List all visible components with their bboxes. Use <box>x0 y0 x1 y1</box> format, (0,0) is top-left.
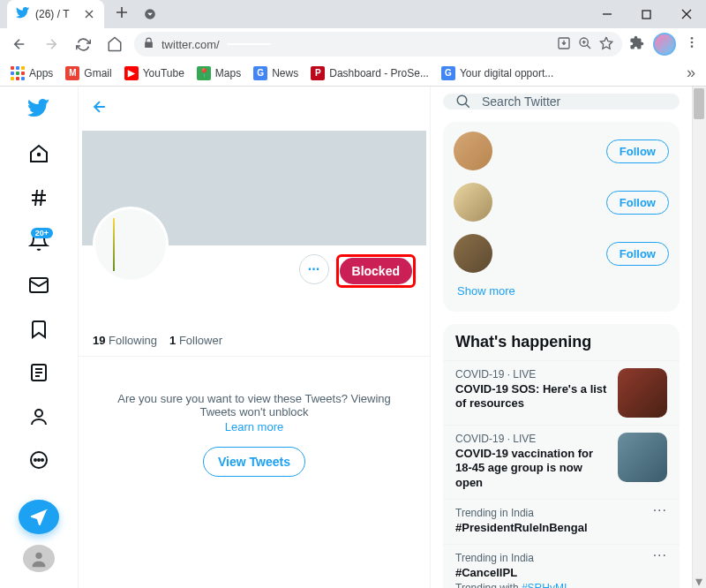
close-window-button[interactable] <box>666 0 706 28</box>
show-more-link[interactable]: Show more <box>454 279 669 303</box>
follow-button[interactable]: Follow <box>606 242 669 266</box>
profile-header <box>79 87 430 131</box>
search-placeholder: Search Twitter <box>482 94 560 109</box>
learn-more-link[interactable]: Learn more <box>105 420 403 433</box>
extensions-icon[interactable] <box>629 35 644 54</box>
svg-point-6 <box>691 45 694 48</box>
bookmarks-bar: AppsMGmail▶YouTube📍MapsGNewsPDashboard -… <box>0 60 706 87</box>
minimize-button[interactable] <box>587 0 627 28</box>
suggested-user[interactable]: Follow <box>454 228 669 279</box>
bookmark-label: YouTube <box>143 67 184 79</box>
trend-thumbnail <box>618 433 667 482</box>
bookmark-label: Maps <box>215 67 241 79</box>
nav-bookmarks[interactable] <box>19 313 58 346</box>
bookmark-label: News <box>272 67 298 79</box>
profile-column: ··· Blocked 19 Following 1 Follower Are … <box>78 87 431 588</box>
suggested-user[interactable]: Follow <box>454 125 669 177</box>
view-tweets-button[interactable]: View Tweets <box>203 447 305 477</box>
back-button[interactable] <box>7 32 32 57</box>
browser-toolbar: twitter.com/ <box>0 28 706 60</box>
trend-meta: COVID-19 · LIVE <box>455 433 609 445</box>
profile-strip: ··· Blocked <box>79 245 430 293</box>
menu-icon[interactable] <box>685 35 699 53</box>
url-host: twitter.com/ <box>161 38 220 51</box>
bookmark-item[interactable]: PDashboard - ProSe... <box>311 66 429 80</box>
trend-more-icon[interactable]: ··· <box>653 509 667 512</box>
whats-happening-card: What's happening COVID-19 · LIVECOVID-19… <box>443 324 680 588</box>
avatar <box>454 183 492 222</box>
bookmark-favicon-icon: P <box>311 66 325 80</box>
svg-point-14 <box>41 459 43 461</box>
followers-stat[interactable]: 1 Follower <box>169 334 222 347</box>
bookmark-favicon-icon: G <box>441 66 455 80</box>
home-button[interactable] <box>102 32 127 57</box>
bookmark-star-icon[interactable] <box>599 36 613 53</box>
blocked-button[interactable]: Blocked <box>340 258 412 284</box>
avatar <box>454 132 492 170</box>
trend-title: #CancelIPL <box>455 566 667 580</box>
bookmark-favicon-icon: 📍 <box>197 66 211 80</box>
nav-explore[interactable] <box>19 181 58 215</box>
blocked-message-text: Are you sure you want to view these Twee… <box>117 392 391 418</box>
follow-button[interactable]: Follow <box>606 139 669 163</box>
maximize-button[interactable] <box>627 0 666 28</box>
bookmark-item[interactable]: GYour digital opport... <box>441 66 553 80</box>
search-icon <box>455 94 471 109</box>
nav-lists[interactable] <box>19 356 58 389</box>
account-switcher[interactable] <box>23 545 55 572</box>
bookmark-favicon-icon: ▶ <box>124 66 139 80</box>
trend-hashtag-link[interactable]: #SRHvMI <box>522 582 567 588</box>
bookmark-favicon-icon: M <box>65 66 79 80</box>
tab-close-icon[interactable] <box>83 8 95 20</box>
apps-icon <box>11 66 25 80</box>
profile-avatar[interactable] <box>93 207 169 283</box>
scroll-down-icon[interactable]: ▾ <box>692 574 706 588</box>
trend-meta: COVID-19 · LIVE <box>455 368 609 381</box>
search-input[interactable]: Search Twitter <box>443 94 680 109</box>
profile-more-button[interactable]: ··· <box>299 254 329 284</box>
nav-profile[interactable] <box>19 400 58 433</box>
bookmarks-overflow-icon[interactable]: » <box>687 64 695 82</box>
compose-tweet-button[interactable] <box>19 500 59 534</box>
install-app-icon[interactable] <box>557 36 571 53</box>
svg-point-15 <box>35 552 41 558</box>
bookmark-favicon-icon: G <box>253 66 267 80</box>
twitter-logo-icon[interactable] <box>19 94 58 127</box>
trend-item[interactable]: Trending in India#PresidentRuleInBengal·… <box>443 499 680 544</box>
bookmark-item[interactable]: ▶YouTube <box>124 66 184 80</box>
tab-search-icon[interactable] <box>134 8 166 20</box>
scrollbar-thumb[interactable] <box>694 88 704 119</box>
suggested-user[interactable]: Follow <box>454 177 669 228</box>
bookmark-item[interactable]: GNews <box>253 66 298 80</box>
profile-avatar-icon[interactable] <box>653 33 676 56</box>
trend-item[interactable]: COVID-19 · LIVECOVID-19 SOS: Here's a li… <box>443 360 680 425</box>
back-arrow-icon[interactable] <box>91 98 109 119</box>
svg-rect-1 <box>642 11 650 19</box>
bookmark-item[interactable]: MGmail <box>65 66 111 80</box>
address-bar[interactable]: twitter.com/ <box>134 32 622 57</box>
nav-notifications[interactable]: 20+ <box>19 225 58 259</box>
browser-tab[interactable]: (26) / T <box>7 0 104 28</box>
svg-point-12 <box>34 459 36 461</box>
follow-button[interactable]: Follow <box>606 191 669 215</box>
nav-messages[interactable] <box>19 268 58 302</box>
reload-button[interactable] <box>71 32 95 57</box>
blocked-message-panel: Are you sure you want to view these Twee… <box>79 356 430 489</box>
nav-more[interactable] <box>19 444 58 478</box>
bookmark-item[interactable]: 📍Maps <box>197 66 241 80</box>
trend-item[interactable]: COVID-19 · LIVECOVID-19 vaccination for … <box>443 425 680 499</box>
nav-home[interactable] <box>19 138 58 171</box>
trend-meta: Trending in India <box>455 552 667 564</box>
new-tab-button[interactable] <box>109 0 134 25</box>
trend-subtext: Trending with <box>455 582 522 588</box>
trend-more-icon[interactable]: ··· <box>653 554 667 557</box>
trend-title: COVID-19 SOS: Here's a list of resources <box>455 382 609 411</box>
bookmark-item[interactable]: Apps <box>11 66 53 80</box>
bookmark-label: Gmail <box>84 67 111 79</box>
url-path <box>227 43 271 45</box>
svg-point-7 <box>38 154 40 155</box>
following-stat[interactable]: 19 Following <box>93 334 157 347</box>
scrollbar[interactable]: ▴ ▾ <box>692 87 706 588</box>
trend-item[interactable]: Trending in India#CancelIPLTrending with… <box>443 544 680 588</box>
zoom-icon[interactable] <box>578 36 592 53</box>
